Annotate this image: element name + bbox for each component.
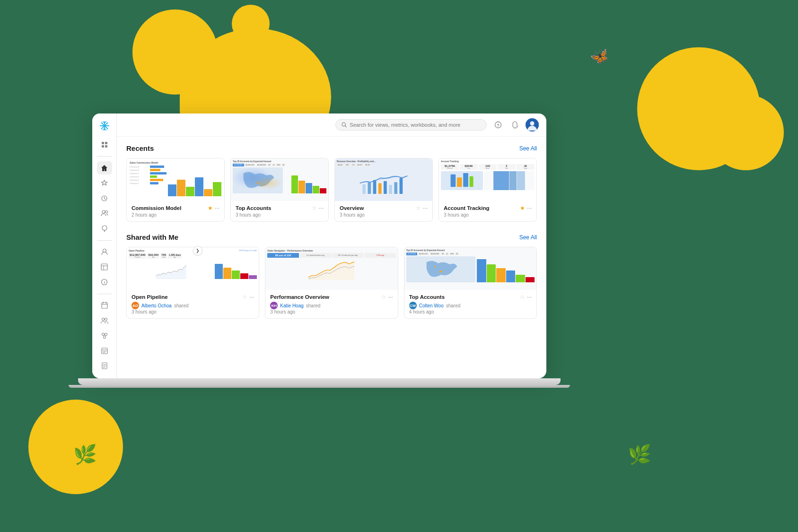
shared-grid: Open Pipeline 2016 Region 3 Leads $12,90…	[126, 247, 537, 319]
user-avatar[interactable]	[526, 118, 539, 131]
star-commission[interactable]: ★	[208, 205, 213, 211]
sharer-action-top-accounts: shared	[446, 303, 461, 308]
recents-see-all[interactable]: See All	[519, 145, 537, 152]
sidebar-item-tables[interactable]	[97, 261, 112, 274]
more-overview[interactable]: ···	[423, 205, 428, 211]
sharer-name-pipeline: Alberto Ochoa	[141, 303, 172, 308]
svg-text:?: ?	[497, 123, 500, 128]
sharer-action-performance: shared	[306, 303, 321, 308]
svg-rect-62	[493, 171, 509, 190]
svg-line-40	[345, 126, 347, 127]
card-actions-top-accounts-recent: ☆ ···	[312, 205, 324, 211]
svg-point-26	[102, 318, 104, 320]
sidebar-item-shared[interactable]	[97, 207, 112, 220]
sidebar-item-info[interactable]: i	[97, 276, 112, 289]
laptop-screen: i ❯	[92, 113, 546, 378]
star-tracking[interactable]: ★	[520, 205, 525, 211]
recents-grid: Sales Commission Model Category A Catego…	[126, 158, 537, 222]
sidebar-item-insights[interactable]	[97, 222, 112, 235]
svg-rect-22	[102, 303, 107, 308]
card-thumbnail-overview: Revenue Overview - Profitability and... …	[335, 158, 432, 201]
sidebar-item-profile[interactable]	[97, 245, 112, 258]
card-open-pipeline[interactable]: Open Pipeline 2016 Region 3 Leads $12,90…	[126, 247, 259, 319]
svg-rect-60	[463, 173, 468, 187]
sidebar-collapse-button[interactable]: ❯	[193, 246, 202, 255]
sidebar-item-workbooks[interactable]	[97, 138, 112, 151]
svg-rect-52	[373, 180, 377, 194]
card-top-accounts-recent[interactable]: Top 20 Accounts by Expected Amount $7,26…	[230, 158, 329, 222]
card-info-tracking: Account Tracking ★ ··· 3 hours ago	[439, 201, 536, 221]
butterfly-decoration: 🦋	[588, 45, 611, 67]
card-info-pipeline: Open Pipeline ☆ ··· AO Alberto Ochoa sha…	[127, 290, 259, 318]
card-actions-overview: ☆ ···	[416, 205, 428, 211]
more-tracking[interactable]: ···	[527, 205, 532, 211]
card-thumbnail-top-accounts: Top 20 Accounts by Expected Amount $7,26…	[231, 158, 328, 201]
notifications-button[interactable]	[509, 118, 522, 131]
plant-right: 🌿	[628, 444, 651, 466]
help-button[interactable]: ?	[491, 118, 505, 131]
svg-rect-50	[362, 184, 366, 194]
more-pipeline[interactable]: ···	[249, 294, 254, 300]
search-bar[interactable]	[335, 119, 487, 131]
bg-decoration-5	[708, 95, 784, 170]
svg-point-29	[105, 333, 107, 335]
svg-point-48	[251, 177, 253, 179]
card-top-accounts-shared[interactable]: Top 20 Accounts by Expected Amount $7,26…	[404, 247, 537, 319]
svg-rect-17	[101, 264, 107, 270]
shared-see-all[interactable]: See All	[519, 234, 537, 241]
card-account-tracking[interactable]: Account Tracking $1,275K Revenue $204K C…	[438, 158, 537, 222]
card-overview[interactable]: Revenue Overview - Profitability and... …	[334, 158, 433, 222]
card-time-overview: 3 hours ago	[340, 212, 428, 218]
card-name-commission: Commission Model	[132, 205, 181, 211]
search-input[interactable]	[350, 122, 481, 128]
card-commission-model[interactable]: Sales Commission Model Category A Catego…	[126, 158, 225, 222]
plant-left: 🌿	[73, 444, 97, 466]
app-logo	[97, 119, 112, 132]
svg-rect-46	[257, 182, 259, 184]
star-overview[interactable]: ☆	[416, 205, 421, 211]
card-performance-overview[interactable]: Sales Navigator - Performance Overview 9…	[265, 247, 398, 319]
card-time-performance: 3 hours ago	[270, 309, 393, 314]
card-name-performance: Performance Overview	[270, 294, 329, 300]
more-commission[interactable]: ···	[215, 205, 219, 211]
svg-rect-63	[509, 171, 517, 190]
card-thumbnail-pipeline: Open Pipeline 2016 Region 3 Leads $12,90…	[127, 247, 259, 290]
more-top-accounts-shared[interactable]: ···	[527, 294, 532, 300]
svg-rect-47	[262, 183, 263, 185]
sidebar-item-schedule[interactable]	[97, 344, 112, 358]
svg-point-28	[102, 333, 104, 335]
laptop-container: i ❯	[92, 113, 565, 388]
more-performance[interactable]: ···	[388, 294, 393, 300]
sidebar-item-calendar[interactable]	[97, 299, 112, 312]
svg-rect-57	[400, 178, 403, 194]
star-pipeline[interactable]: ☆	[242, 294, 247, 300]
sidebar-item-groups[interactable]	[97, 314, 112, 327]
sidebar: i	[92, 113, 117, 378]
card-actions-pipeline: ☆ ···	[242, 294, 254, 300]
sidebar-item-recents[interactable]	[97, 192, 112, 205]
svg-point-15	[105, 211, 107, 213]
card-name-tracking: Account Tracking	[444, 205, 490, 211]
laptop-stand	[69, 385, 570, 388]
star-performance[interactable]: ☆	[381, 294, 386, 300]
sharer-name-top-accounts: Colten Woo	[419, 303, 444, 308]
card-info-performance: Performance Overview ☆ ··· KH Katie Hoag…	[265, 290, 397, 318]
svg-rect-61	[470, 176, 474, 187]
sidebar-item-home[interactable]	[97, 161, 112, 174]
header-icons: ?	[491, 118, 539, 131]
card-name-pipeline: Open Pipeline	[132, 294, 168, 300]
star-top-accounts-shared[interactable]: ☆	[520, 294, 525, 300]
sidebar-item-reports[interactable]	[97, 359, 112, 373]
card-time-tracking: 3 hours ago	[444, 212, 532, 218]
more-top-accounts-recent[interactable]: ···	[319, 205, 324, 211]
svg-rect-51	[368, 182, 371, 194]
card-info-top-accounts-shared: Top Accounts ☆ ··· CW Colten Woo shared	[404, 290, 536, 318]
card-name-top-accounts-recent: Top Accounts	[236, 205, 271, 211]
svg-point-27	[105, 318, 107, 320]
svg-rect-12	[105, 145, 107, 148]
star-top-accounts-recent[interactable]: ☆	[312, 205, 317, 211]
sidebar-item-teams[interactable]	[97, 329, 112, 342]
card-info-commission: Commission Model ★ ··· 2 hours ago	[127, 201, 224, 221]
card-info-overview: Overview ☆ ··· 3 hours ago	[335, 201, 432, 221]
sidebar-item-favorites[interactable]	[97, 176, 112, 190]
